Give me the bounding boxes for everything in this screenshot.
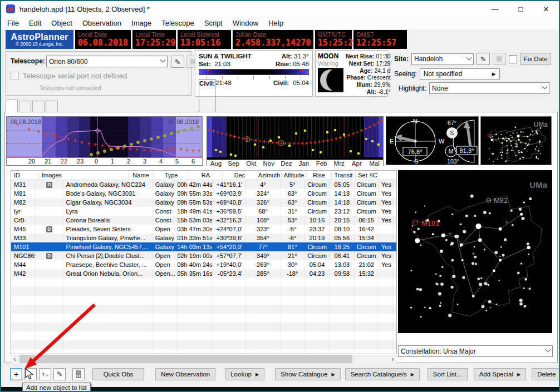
column-header[interactable]: Set [356, 171, 370, 180]
tab[interactable] [19, 101, 31, 112]
image-badge: D [46, 253, 52, 259]
column-header[interactable]: Name [129, 171, 154, 180]
tab[interactable] [46, 101, 58, 112]
cell-images [36, 207, 63, 216]
toolbar-button[interactable]: New Observation [155, 368, 215, 380]
cell-images [36, 340, 63, 349]
close-button[interactable]: ✕ [533, 1, 559, 17]
axis-tick: 22 [61, 158, 67, 165]
maximize-button[interactable]: □ [508, 1, 533, 17]
table-row[interactable]: M42 Great Orion Nebula, Orion... Open...… [11, 269, 396, 278]
table-row[interactable]: M33 Triangulum Galaxy, Pinwhe... Galaxy … [11, 234, 396, 242]
column-header[interactable]: Dec [223, 171, 257, 180]
edit-object-button[interactable]: ✎ [53, 368, 66, 380]
table-row[interactable]: M81 Bode's Galaxy, NGC3031 Galaxy 09h 55… [11, 189, 396, 198]
site-select[interactable]: Handeloh [411, 53, 474, 65]
chevron-down-icon [160, 57, 166, 63]
column-header[interactable]: Rise [307, 171, 332, 180]
menu-item[interactable]: Telescope [156, 17, 199, 29]
toolbar-button[interactable]: Sort List... [428, 368, 468, 380]
scroll-left-icon[interactable]: ‹ [11, 355, 19, 363]
cell-rise [305, 305, 330, 314]
site-checkbox[interactable] [509, 55, 517, 63]
axis-tick: 23 [77, 158, 83, 165]
column-header[interactable]: Images [39, 171, 129, 180]
menu-item[interactable]: Help [263, 17, 288, 29]
column-header[interactable]: RA [189, 171, 223, 180]
remove-object-button[interactable]: − [24, 368, 37, 380]
cell-vis [379, 305, 393, 314]
site-image-button[interactable] [493, 53, 506, 65]
menu-item[interactable]: Observation [77, 17, 126, 29]
toolbar-button[interactable]: Lookup ▶ [225, 368, 264, 380]
table-row[interactable]: lyr Lyra Const 18h 49m 41s +36°59,5' 68°… [11, 207, 396, 216]
cell-ra: 08h 40m 24s [178, 260, 213, 269]
column-header[interactable]: Transit [332, 171, 356, 180]
column-header[interactable]: C [373, 171, 378, 180]
table-row[interactable]: CrB Corona Borealis Const 15h 53m 03s +3… [11, 216, 396, 225]
year-visibility-chart[interactable]: AugSepOktNovDezJanFebMrzAprMai [207, 116, 384, 166]
cell-set [355, 305, 379, 314]
toolbar-button[interactable]: Delete ▶ [532, 368, 560, 380]
scrollbar-thumb[interactable] [19, 355, 352, 363]
menu-item[interactable]: Image [126, 17, 156, 29]
cell-type: Galaxy [153, 234, 178, 242]
menu-item[interactable]: Script [199, 17, 228, 29]
toolbar-button[interactable]: Add Special ▶ [474, 368, 527, 380]
table-row[interactable]: M82 Cigar Galaxy, NGC3034 Galaxy 09h 55m… [11, 198, 396, 207]
seeing-field[interactable]: Not specified ▶ [420, 68, 500, 80]
column-header[interactable]: Type [154, 171, 189, 180]
cell-set: Circum [355, 251, 379, 260]
cell-set [355, 296, 379, 305]
object-info-button[interactable] [72, 368, 85, 380]
month-label: Okt [246, 160, 256, 167]
edit-telescope-button[interactable]: ✎ [171, 56, 184, 68]
constellation-select[interactable]: Constellation: Ursa Major [398, 345, 553, 357]
toolbar-button[interactable]: Show Catalogue ▶ [275, 368, 341, 380]
night-altitude-chart[interactable]: 06.08.2018 07.08.2018 202122230123456 [6, 116, 203, 166]
table-row[interactable]: NGC869 D Chi Persei [2],Double Clust... … [11, 251, 396, 260]
table-row[interactable]: M31 D Andromeda Galaxy, NGC224 Galaxy 00… [11, 180, 396, 189]
constellation-starmap[interactable]: UMa M82 M101 [398, 170, 552, 333]
cell-dec [213, 349, 246, 354]
fix-date-button[interactable]: Fix Date [520, 53, 551, 65]
chevron-down-icon [546, 347, 551, 353]
toolbar-button[interactable]: Search Catalogue/s ▶ [345, 368, 420, 380]
cell-name: Chi Persei [2],Double Clust... [63, 251, 153, 260]
minimize-button[interactable]: — [482, 1, 508, 17]
table-row [11, 296, 396, 305]
cell-images [36, 216, 63, 225]
add-object-button[interactable]: + [10, 368, 22, 380]
menu-item[interactable]: File [2, 17, 24, 29]
column-header[interactable]: Azimuth [257, 171, 282, 180]
table-row[interactable]: M44 Praesepe, Beehive Cluster, ... Open … [11, 260, 396, 269]
tab[interactable] [32, 101, 45, 112]
cell-id [11, 349, 36, 354]
table-row[interactable]: M45 D Pleiades, Seven Sisters Open 03h 4… [11, 225, 396, 234]
cell-extra [393, 322, 396, 331]
menu-item[interactable]: Object [46, 17, 77, 29]
column-header[interactable]: Altitude [282, 171, 307, 180]
constellation-minimap[interactable]: UMa [480, 116, 552, 165]
menu-item[interactable]: Window [228, 17, 263, 29]
cell-azimuth: 354° [246, 234, 281, 242]
column-header[interactable]: ID [11, 171, 39, 180]
table-horizontal-scrollbar[interactable]: ‹ › [11, 355, 397, 363]
cell-name [63, 322, 153, 331]
toolbar-button[interactable]: Quick Obs [92, 368, 144, 380]
menu-item[interactable]: Edit [24, 17, 46, 29]
highlight-select[interactable]: None [429, 82, 549, 94]
cell-ra [178, 305, 213, 314]
axis-tick: 1 [111, 158, 114, 165]
edit-site-button[interactable]: ✎ [477, 53, 490, 65]
telescope-select[interactable]: Orion 80/600 [46, 56, 168, 67]
cell-dec [213, 305, 246, 314]
cell-transit: 08:10 [330, 225, 355, 234]
cell-dec: +30°39,6' [213, 234, 246, 242]
add-special-object-button[interactable]: +₊ [39, 368, 51, 380]
scroll-right-icon[interactable]: › [389, 355, 397, 363]
cell-extra [393, 207, 396, 216]
table-row[interactable]: M101 Pinwheel Galaxy, NGC5457,... Galaxy… [11, 242, 396, 251]
serial-port-checkbox[interactable] [11, 72, 19, 80]
tab[interactable] [6, 100, 18, 112]
